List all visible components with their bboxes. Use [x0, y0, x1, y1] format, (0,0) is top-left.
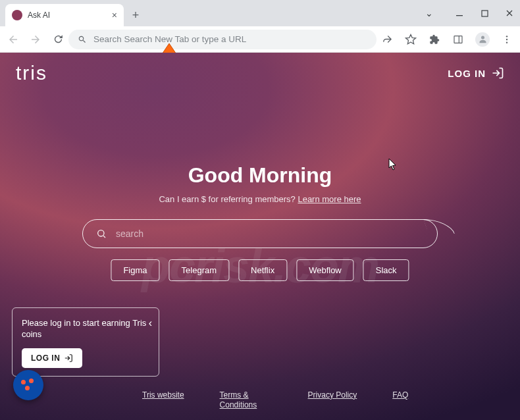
svg-point-7 — [506, 41, 507, 43]
nav-reload-icon[interactable] — [51, 33, 65, 46]
card-login-button[interactable]: LOG IN — [22, 348, 82, 368]
browser-tab-active[interactable]: Ask AI × — [5, 4, 124, 26]
shortcut-telegram[interactable]: Telegram — [169, 259, 229, 281]
kebab-menu-icon[interactable] — [500, 33, 513, 46]
page-search-input[interactable] — [116, 228, 424, 239]
sidepanel-icon[interactable] — [452, 33, 465, 46]
shortcut-figma[interactable]: Figma — [111, 259, 159, 281]
tab-close-icon[interactable]: × — [112, 10, 117, 20]
extensions-icon[interactable] — [428, 33, 441, 46]
search-icon — [78, 35, 87, 44]
browser-toolbar: Search Search New Tab or type a URL — [0, 26, 520, 53]
shortcut-row: Figma Telegram Netflix Webflow Slack — [111, 259, 409, 281]
login-icon — [64, 354, 73, 363]
nav-back-icon — [7, 33, 20, 46]
window-close-icon[interactable] — [503, 9, 516, 17]
tab-title: Ask AI — [28, 11, 50, 20]
share-icon[interactable] — [380, 33, 394, 46]
tab-favicon — [12, 10, 22, 20]
shortcut-netflix[interactable]: Netflix — [238, 259, 287, 281]
footer-link-faq[interactable]: FAQ — [392, 390, 408, 411]
shortcut-slack[interactable]: Slack — [363, 259, 409, 281]
brand-logo: tris — [16, 62, 47, 84]
footer-link-terms[interactable]: Terms & Conditions — [220, 390, 273, 411]
bookmark-star-icon[interactable] — [404, 33, 417, 46]
profile-avatar-icon[interactable] — [475, 32, 490, 47]
footer-links: Tris website Terms & Conditions Privacy … — [142, 390, 408, 411]
assist-bubble-button[interactable] — [13, 370, 43, 400]
svg-point-6 — [506, 38, 507, 39]
card-text: Please log in to start earning Tris coin… — [22, 317, 149, 340]
page-search-bar[interactable] — [82, 219, 438, 248]
card-collapse-icon[interactable]: ‹ — [149, 317, 152, 329]
browser-tabstrip: Ask AI × + ⌄ — [0, 0, 520, 26]
svg-rect-0 — [456, 15, 463, 16]
window-controls: ⌄ — [423, 0, 516, 26]
greeting-subline: Can I earn $ for referring members? Lear… — [49, 194, 471, 204]
svg-rect-2 — [454, 36, 462, 43]
footer-link-privacy[interactable]: Privacy Policy — [308, 390, 357, 411]
svg-line-9 — [103, 236, 105, 238]
assist-bubble-icon — [20, 379, 37, 392]
window-minimize-icon[interactable] — [453, 9, 466, 17]
login-promo-card: ‹ Please log in to start earning Tris co… — [12, 307, 159, 377]
login-button[interactable]: LOG IN — [448, 66, 504, 80]
greeting-heading: Good Morning — [49, 163, 471, 188]
nav-forward-icon — [29, 33, 42, 46]
window-maximize-icon[interactable] — [478, 10, 491, 17]
address-bar-placeholder: Search Search New Tab or type a URL — [93, 34, 246, 44]
learn-more-link[interactable]: Learn more here — [298, 194, 361, 204]
footer-link-website[interactable]: Tris website — [142, 390, 184, 411]
login-button-label: LOG IN — [448, 68, 486, 79]
new-tab-button[interactable]: + — [126, 6, 145, 24]
login-icon — [491, 66, 504, 80]
shortcut-webflow[interactable]: Webflow — [296, 259, 354, 281]
svg-point-8 — [98, 230, 104, 236]
svg-rect-1 — [482, 11, 488, 16]
chevron-down-icon[interactable]: ⌄ — [423, 8, 436, 18]
address-bar[interactable]: Search Search New Tab or type a URL — [68, 30, 377, 49]
search-icon — [96, 228, 107, 239]
page-content: tris LOG IN Good Morning Can I earn $ fo… — [0, 53, 520, 420]
svg-point-4 — [481, 36, 484, 39]
svg-point-5 — [506, 36, 507, 37]
